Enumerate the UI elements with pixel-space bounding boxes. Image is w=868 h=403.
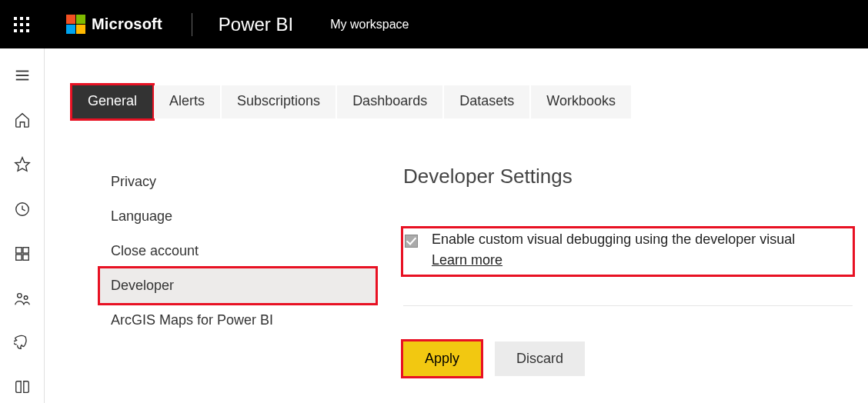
brand-text: Microsoft	[92, 15, 162, 33]
left-nav	[0, 48, 45, 403]
tab-subscriptions[interactable]: Subscriptions	[222, 85, 336, 118]
enable-debugging-label: Enable custom visual debugging using the…	[432, 231, 795, 247]
svg-rect-5	[15, 248, 21, 253]
discard-button[interactable]: Discard	[495, 341, 585, 376]
app-name: Power BI	[219, 14, 293, 35]
enable-debugging-checkbox[interactable]	[405, 235, 418, 248]
svg-point-9	[17, 294, 21, 298]
workspace-name[interactable]: My workspace	[330, 18, 409, 32]
panel-actions: Apply Discard	[403, 341, 853, 376]
svg-rect-6	[22, 248, 28, 253]
tab-dashboards[interactable]: Dashboards	[337, 85, 442, 118]
svg-point-10	[24, 296, 28, 300]
panel-divider	[403, 305, 853, 306]
checkbox-label-wrap: Enable custom visual debugging using the…	[432, 231, 795, 268]
header-divider	[192, 13, 192, 36]
settings-nav-language[interactable]: Language	[100, 199, 376, 234]
enable-debugging-row: Enable custom visual debugging using the…	[403, 228, 853, 275]
panel-title: Developer Settings	[403, 165, 853, 188]
app-launcher-icon[interactable]	[14, 17, 29, 32]
settings-nav-arcgis[interactable]: ArcGIS Maps for Power BI	[100, 303, 376, 338]
learn-icon[interactable]	[14, 379, 31, 396]
hamburger-icon[interactable]	[14, 67, 31, 84]
home-icon[interactable]	[14, 112, 31, 128]
settings-nav-privacy[interactable]: Privacy	[100, 165, 376, 199]
svg-rect-7	[15, 255, 21, 260]
apps-icon[interactable]	[14, 245, 31, 262]
apply-button[interactable]: Apply	[403, 341, 481, 376]
favorites-icon[interactable]	[14, 156, 31, 173]
settings-nav-close-account[interactable]: Close account	[100, 234, 376, 268]
microsoft-logo-lockup: Microsoft	[66, 15, 162, 34]
settings-panel: Developer Settings Enable custom visual …	[376, 165, 868, 376]
recent-icon[interactable]	[14, 201, 31, 218]
general-settings-nav: Privacy Language Close account Developer…	[45, 165, 376, 376]
tab-general[interactable]: General	[72, 85, 152, 118]
svg-marker-3	[15, 158, 28, 171]
deployment-icon[interactable]	[14, 335, 31, 351]
microsoft-logo-icon	[66, 15, 85, 34]
tab-datasets[interactable]: Datasets	[444, 85, 529, 118]
settings-tabs: General Alerts Subscriptions Dashboards …	[45, 48, 868, 118]
svg-rect-8	[22, 255, 28, 260]
settings-nav-developer[interactable]: Developer	[100, 268, 376, 303]
tab-alerts[interactable]: Alerts	[154, 85, 220, 118]
tab-workbooks[interactable]: Workbooks	[531, 85, 631, 118]
learn-more-link[interactable]: Learn more	[432, 252, 502, 268]
shared-icon[interactable]	[14, 290, 31, 307]
top-header: Microsoft Power BI My workspace	[0, 0, 868, 48]
